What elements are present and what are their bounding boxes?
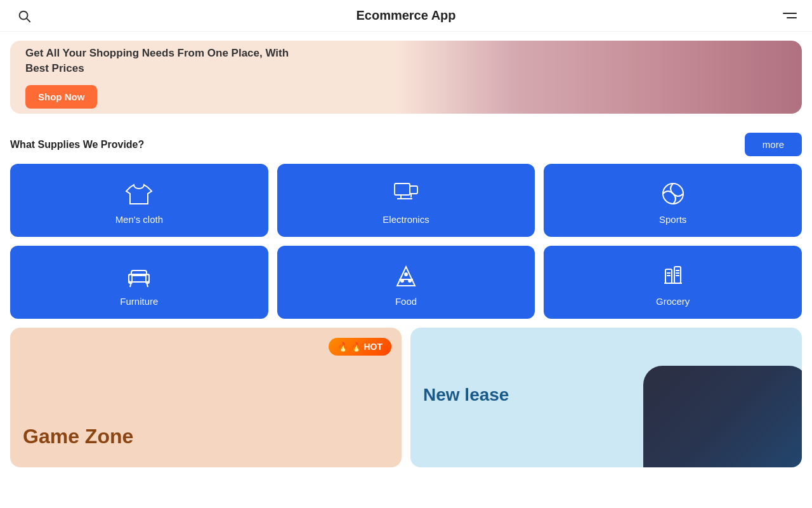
category-food[interactable]: Food (277, 246, 535, 319)
svg-point-17 (409, 279, 411, 282)
hero-content: Get All Your Shopping Needs From One Pla… (10, 41, 802, 114)
shirt-icon (125, 180, 153, 208)
category-label-mens-cloth: Men's cloth (115, 214, 163, 225)
basketball-icon (659, 180, 687, 208)
category-furniture[interactable]: Furniture (10, 246, 268, 319)
more-button[interactable]: more (745, 133, 802, 156)
category-mens-cloth[interactable]: Men's cloth (10, 164, 268, 237)
category-electronics[interactable]: Electronics (277, 164, 535, 237)
app-header: Ecommerce App (0, 0, 812, 32)
category-label-electronics: Electronics (383, 214, 429, 225)
electronics-icon (392, 180, 420, 208)
category-sports[interactable]: Sports (544, 164, 802, 237)
game-zone-title: Game Zone (23, 425, 133, 448)
svg-point-16 (401, 279, 403, 282)
promo-new-lease[interactable]: New lease (410, 328, 802, 467)
hero-banner: Get All Your Shopping Needs From One Pla… (10, 41, 802, 114)
food-icon (392, 262, 420, 290)
menu-bar-1 (783, 13, 797, 14)
hero-title: Get All Your Shopping Needs From One Pla… (25, 46, 292, 76)
search-icon[interactable] (15, 7, 33, 25)
promo-section: 🔥 🔥 HOT Game Zone New lease (0, 328, 812, 467)
svg-line-1 (27, 18, 30, 22)
supplies-title: What Supplies We Provide? (10, 139, 144, 150)
category-label-food: Food (395, 296, 417, 307)
svg-rect-3 (410, 186, 417, 194)
shop-now-button[interactable]: Shop Now (25, 85, 97, 109)
hot-label: 🔥 HOT (351, 342, 383, 352)
promo-game-zone[interactable]: 🔥 🔥 HOT Game Zone (10, 328, 402, 467)
svg-point-15 (405, 273, 407, 276)
hot-badge: 🔥 🔥 HOT (329, 338, 391, 356)
category-label-sports: Sports (659, 214, 686, 225)
supplies-section-header: What Supplies We Provide? more (0, 123, 812, 164)
menu-bar-2 (787, 17, 797, 18)
new-lease-title: New lease (423, 384, 509, 406)
categories-grid: Men's cloth Electronics Sports (0, 164, 812, 328)
svg-rect-2 (395, 184, 410, 195)
vr-headset-image (643, 366, 802, 467)
category-label-grocery: Grocery (656, 296, 690, 307)
category-label-furniture: Furniture (120, 296, 158, 307)
grocery-icon (659, 262, 687, 290)
furniture-icon (125, 262, 153, 290)
category-grocery[interactable]: Grocery (544, 246, 802, 319)
menu-icon[interactable] (779, 7, 797, 25)
app-title: Ecommerce App (33, 8, 779, 23)
fire-icon: 🔥 (337, 342, 348, 352)
